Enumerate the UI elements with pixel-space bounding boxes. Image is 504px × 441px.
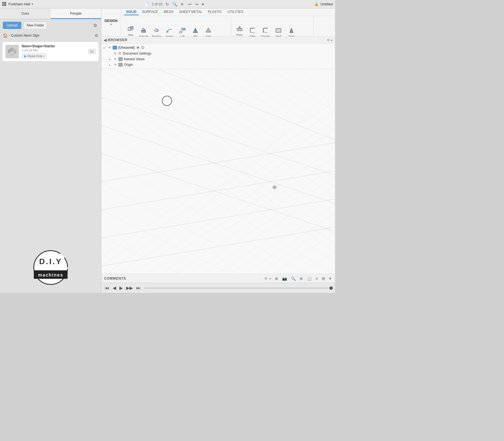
svg-rect-8 [130,26,133,29]
design-dropdown-icon: ▾ [110,23,112,26]
vp-display-icon[interactable]: ⬜ [306,276,313,281]
app-grid-icon[interactable] [2,2,7,6]
file-list: Neon+Shape+Starter 1:24:24 PM ▶ Read-Onl… [0,39,101,242]
undo-icon[interactable]: ↩ [187,1,193,7]
design-button[interactable]: DESIGN ▾ [101,8,121,36]
tree-item-doc-settings[interactable]: ▸ 👁 ⚙ Document Settings [101,50,335,56]
draft-icon [288,27,295,35]
top-bar: Furkham Hall ▾ 📄 1 of 10 ↻ 🔍 ✕ ↩ ↪ ▾ 🔒 U… [0,0,335,8]
browser-toggle-icon[interactable]: ▸ [331,38,333,42]
tree-status-dot [137,46,139,49]
browser-collapse-icon[interactable]: ◀ [104,38,107,42]
top-bar-center: 📄 1 of 10 ↻ 🔍 ✕ ↩ ↪ ▾ [35,1,312,7]
tab-utilities[interactable]: UTILITIES [225,9,246,15]
viewport-bottom-icons: ⊕ 📷 🔍 ⊕ ⬜ ≡ ⊞ ▾ [274,276,332,281]
svg-rect-9 [142,30,146,32]
vp-layers-icon[interactable]: ≡ [315,276,319,281]
viewport[interactable] [101,69,335,274]
svg-line-17 [182,30,185,32]
top-bar-left: Furkham Hall ▾ [2,2,33,6]
tl-skip-forward[interactable]: ⏭ [135,285,142,291]
comments-bar: COMMENTS ⚙ ▸ ⊕ 📷 🔍 ⊕ ⬜ ≡ ⊞ ▾ [101,274,335,283]
breadcrumb-current: Custom Neon Sign [11,34,39,37]
vp-options-icon[interactable]: ▾ [328,276,332,281]
file-readonly-badge: ▶ Read-Only ▾ [22,53,47,59]
tree-item-named-views[interactable]: ▸ 👁 Named Views [101,56,335,62]
workspace-chevron-icon[interactable]: ▾ [32,3,33,6]
tree-label-named-views: Named Views [124,57,145,61]
tl-fast-forward[interactable]: ▶▶ [125,285,134,291]
browser-title: BROWSER [108,38,326,42]
svg-rect-15 [182,28,185,30]
doc-search-icon[interactable]: 🔍 [171,1,178,7]
press-pull-icon [236,26,243,33]
tab-data[interactable]: Data [0,8,51,19]
file-version[interactable]: V1 [88,49,96,54]
tree-item-unsaved[interactable]: ▸ 👁 (Unsaved) [101,45,335,50]
breadcrumb-settings-icon[interactable]: ⚙ [95,33,98,38]
extrude-icon [140,27,147,35]
svg-text:machines: machines [38,273,63,277]
tree-eye-doc-settings[interactable]: 👁 [114,52,117,55]
tree-eye-unsaved[interactable]: 👁 [108,46,111,50]
tree-eye-origin[interactable]: 👁 [114,63,117,67]
file-item[interactable]: Neon+Shape+Starter 1:24:24 PM ▶ Read-Onl… [2,42,99,61]
tl-prev[interactable]: ◀ [111,285,117,291]
new-component-icon [127,26,134,33]
doc-count: 1 of 10 [152,2,162,6]
svg-point-3 [34,251,68,284]
vp-grid-icon[interactable]: ⊞ [321,276,326,281]
doc-close-icon[interactable]: ✕ [179,1,185,7]
doc-refresh-icon[interactable]: ↻ [164,1,170,7]
grid-svg [101,69,335,274]
tab-mesh[interactable]: MESH [161,9,176,15]
file-thumb-svg [6,46,18,57]
tree-item-origin[interactable]: ▸ 👁 Origin [101,62,335,68]
left-sidebar: Data People Upload New Folder ⚙ 🏠 › Cust… [0,8,101,293]
new-folder-button[interactable]: New Folder [24,21,47,29]
browser-settings-dot[interactable]: ⚙ [327,38,330,42]
upload-button[interactable]: Upload [3,22,21,29]
tree-folder-named-views [118,57,123,61]
timeline-thumb[interactable] [329,286,333,290]
tree-eye-named-views[interactable]: 👁 [114,57,117,61]
top-bar-right: 🔒 Untitled [315,2,333,6]
vp-zoom-icon[interactable]: ⊕ [298,276,304,281]
tl-play[interactable]: ▶ [118,285,124,291]
logo-svg: D.I.Y machines [31,248,70,287]
comments-label: COMMENTS [104,277,262,280]
vp-move-icon[interactable]: ⊕ [274,276,279,281]
timeline-track[interactable] [144,288,333,289]
tab-sheet-metal[interactable]: SHEET METAL [177,9,204,15]
svg-rect-22 [237,28,242,31]
main-layout: Data People Upload New Folder ⚙ 🏠 › Cust… [0,8,335,293]
design-toolbar: DESIGN ▾ SOLID SURFACE MESH SHEET METAL … [101,8,335,37]
file-name: Neon+Shape+Starter [22,44,85,48]
vp-inspect-icon[interactable]: 🔍 [290,276,297,281]
timeline-bar: ⏮ ◀ ▶ ▶▶ ⏭ [101,283,335,293]
vp-capture-icon[interactable]: 📷 [281,276,288,281]
tab-plastic[interactable]: PLASTIC [206,9,224,15]
file-time: 1:24:24 PM [22,49,85,52]
history-icon[interactable]: ▾ [201,1,205,7]
breadcrumb-separator: › [9,34,10,37]
redo-icon[interactable]: ↪ [194,1,200,7]
comments-toggle-icon[interactable]: ▸ [270,277,271,280]
sidebar-settings-button[interactable]: ⚙ [92,22,98,29]
breadcrumb-home-icon[interactable]: 🏠 [3,33,8,38]
design-label: DESIGN [104,19,117,23]
sidebar-tabs: Data People [0,8,101,19]
lock-icon: 🔒 [315,2,319,6]
tl-skip-back[interactable]: ⏮ [104,285,110,291]
svg-line-16 [180,30,182,32]
file-thumbnail [5,45,19,58]
doc-file-icon[interactable]: 📄 [143,1,150,7]
tab-people[interactable]: People [51,8,101,19]
comments-settings-dot[interactable]: ⚙ [264,277,267,280]
tab-solid[interactable]: SOLID [124,9,139,15]
doc-title: Untitled [320,2,333,6]
tab-surface[interactable]: SURFACE [140,9,160,15]
chamfer-icon [262,27,269,35]
svg-rect-13 [167,31,168,32]
svg-rect-14 [180,32,182,33]
